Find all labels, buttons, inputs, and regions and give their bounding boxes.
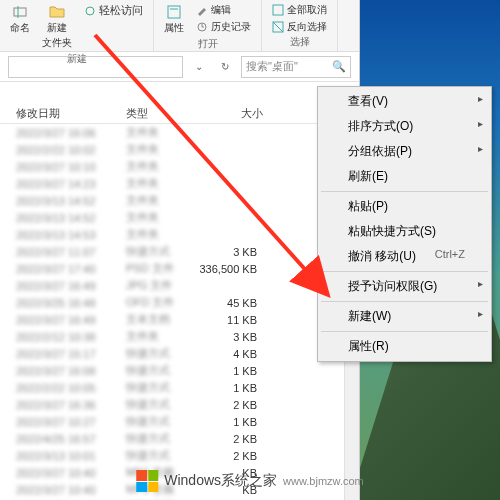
cell-date: 2022/3/27 15:17 <box>10 346 120 362</box>
table-row[interactable]: 2022/3/13 14:52文件夹 <box>0 209 359 226</box>
file-list[interactable]: 2022/3/27 16:06文件夹2022/2/22 10:02文件夹2022… <box>0 124 359 500</box>
cell-size: 1 KB <box>190 363 270 379</box>
menu-undo[interactable]: 撤消 移动(U)Ctrl+Z <box>320 244 489 269</box>
menu-group-label: 分组依据(P) <box>348 143 412 160</box>
dropdown-button[interactable]: ⌄ <box>189 57 209 77</box>
refresh-icon: ↻ <box>221 61 229 72</box>
cell-size: 2 KB <box>190 431 270 447</box>
table-row[interactable]: 2022/3/27 11:07快捷方式3 KB <box>0 243 359 260</box>
new-folder-button[interactable]: 新建 文件夹 <box>40 2 74 52</box>
watermark: Windows系统之家 www.bjmzw.com <box>136 470 363 492</box>
menu-sort[interactable]: 排序方式(O) <box>320 114 489 139</box>
rename-button[interactable]: 命名 <box>8 2 32 37</box>
menu-new[interactable]: 新建(W) <box>320 304 489 329</box>
cell-date: 2022/3/13 14:53 <box>10 227 120 243</box>
menu-separator <box>321 301 488 302</box>
cell-date: 2022/3/27 10:40 <box>10 482 120 498</box>
cell-size <box>190 148 270 152</box>
history-button[interactable]: 历史记录 <box>194 19 253 35</box>
svg-point-2 <box>86 7 94 15</box>
cell-date: 2022/3/27 16:06 <box>10 125 120 141</box>
table-row[interactable]: 2022/3/27 17:40PSD 文件336,500 KB <box>0 260 359 277</box>
menu-separator <box>321 271 488 272</box>
menu-undo-shortcut: Ctrl+Z <box>435 248 465 265</box>
menu-paste-shortcut-label: 粘贴快捷方式(S) <box>348 223 436 240</box>
table-row[interactable]: 2022/3/27 16:08快捷方式1 KB <box>0 362 359 379</box>
cell-size <box>190 182 270 186</box>
cell-size <box>190 199 270 203</box>
table-row[interactable]: 2022/3/27 10:10文件夹 <box>0 158 359 175</box>
table-row[interactable]: 2022/2/22 10:02文件夹 <box>0 141 359 158</box>
cell-date: 2022/3/27 14:23 <box>10 176 120 192</box>
cell-date: 2022/3/27 10:27 <box>10 414 120 430</box>
deselect-all-button[interactable]: 全部取消 <box>270 2 329 18</box>
search-placeholder: 搜索"桌面" <box>246 59 298 74</box>
cell-date: 2022/2/22 10:02 <box>10 142 120 158</box>
table-row[interactable]: 2022/3/27 14:23文件夹 <box>0 175 359 192</box>
ribbon-group-select: 全部取消 反向选择 选择 <box>262 0 338 51</box>
ribbon-group-open-label: 打开 <box>198 37 218 51</box>
refresh-button[interactable]: ↻ <box>215 57 235 77</box>
table-row[interactable]: 2022/4/25 16:57快捷方式2 KB <box>0 430 359 447</box>
ribbon-group-open: 属性 编辑 历史记录 打开 <box>154 0 262 51</box>
svg-rect-0 <box>14 8 26 16</box>
table-row[interactable]: 2022/3/27 16:36快捷方式2 KB <box>0 396 359 413</box>
search-input[interactable]: 搜索"桌面" 🔍 <box>241 56 351 78</box>
history-icon <box>196 21 208 33</box>
table-row[interactable]: 2022/2/12 10:38文件夹3 KB <box>0 328 359 345</box>
cell-size: 2 KB <box>190 397 270 413</box>
table-row[interactable]: 2022/3/13 14:53文件夹 <box>0 226 359 243</box>
menu-paste-shortcut[interactable]: 粘贴快捷方式(S) <box>320 219 489 244</box>
deselect-icon <box>272 4 284 16</box>
cell-size <box>190 165 270 169</box>
svg-rect-3 <box>168 6 180 18</box>
watermark-url: www.bjmzw.com <box>283 475 364 487</box>
cell-size <box>190 216 270 220</box>
table-row[interactable]: 2022/3/13 14:52文件夹 <box>0 192 359 209</box>
table-row[interactable]: 2022/3/27 16:49JPG 文件 <box>0 277 359 294</box>
menu-paste[interactable]: 粘贴(P) <box>320 194 489 219</box>
invert-selection-button[interactable]: 反向选择 <box>270 19 329 35</box>
table-row[interactable]: 2022/3/25 16:48OFD 文件45 KB <box>0 294 359 311</box>
cell-size: 3 KB <box>190 244 270 260</box>
cell-date: 2022/3/13 10:01 <box>10 448 120 464</box>
menu-refresh[interactable]: 刷新(E) <box>320 164 489 189</box>
menu-group[interactable]: 分组依据(P) <box>320 139 489 164</box>
ribbon-toolbar: 命名 新建 文件夹 轻松访问 新建 属性 <box>0 0 359 52</box>
rename-icon <box>12 4 28 20</box>
column-date[interactable]: 修改日期 <box>10 104 120 123</box>
properties-icon <box>166 4 182 20</box>
deselect-label: 全部取消 <box>287 3 327 17</box>
cell-date: 2022/2/12 10:38 <box>10 329 120 345</box>
spacer <box>0 82 359 104</box>
path-input[interactable] <box>8 56 183 78</box>
column-type[interactable]: 类型 <box>120 104 190 123</box>
table-row[interactable]: 2022/3/27 10:27快捷方式1 KB <box>0 413 359 430</box>
column-size[interactable]: 大小 <box>190 104 270 123</box>
properties-button[interactable]: 属性 <box>162 2 186 37</box>
cell-size <box>190 284 270 288</box>
cell-date: 2022/3/13 14:52 <box>10 193 120 209</box>
file-explorer-window: 命名 新建 文件夹 轻松访问 新建 属性 <box>0 0 360 500</box>
ribbon-group-new: 命名 新建 文件夹 轻松访问 新建 <box>0 0 154 51</box>
menu-view[interactable]: 查看(V) <box>320 89 489 114</box>
table-row[interactable]: 2022/3/13 10:01快捷方式2 KB <box>0 447 359 464</box>
cell-size: 2 KB <box>190 448 270 464</box>
edit-button[interactable]: 编辑 <box>194 2 253 18</box>
cell-size <box>190 131 270 135</box>
menu-refresh-label: 刷新(E) <box>348 168 388 185</box>
cell-size: 1 KB <box>190 380 270 396</box>
menu-properties[interactable]: 属性(R) <box>320 334 489 359</box>
menu-grant-access[interactable]: 授予访问权限(G) <box>320 274 489 299</box>
table-row[interactable]: 2022/3/27 16:49文本文档11 KB <box>0 311 359 328</box>
table-row[interactable]: 2022/2/22 10:05快捷方式1 KB <box>0 379 359 396</box>
menu-new-label: 新建(W) <box>348 308 391 325</box>
history-label: 历史记录 <box>211 20 251 34</box>
easy-access-icon <box>84 5 96 17</box>
table-row[interactable]: 2022/3/27 16:06文件夹 <box>0 124 359 141</box>
properties-label: 属性 <box>164 21 184 35</box>
chevron-down-icon: ⌄ <box>195 61 203 72</box>
easy-access-button[interactable]: 轻松访问 <box>82 2 145 19</box>
invert-icon <box>272 21 284 33</box>
table-row[interactable]: 2022/3/27 15:17快捷方式4 KB <box>0 345 359 362</box>
